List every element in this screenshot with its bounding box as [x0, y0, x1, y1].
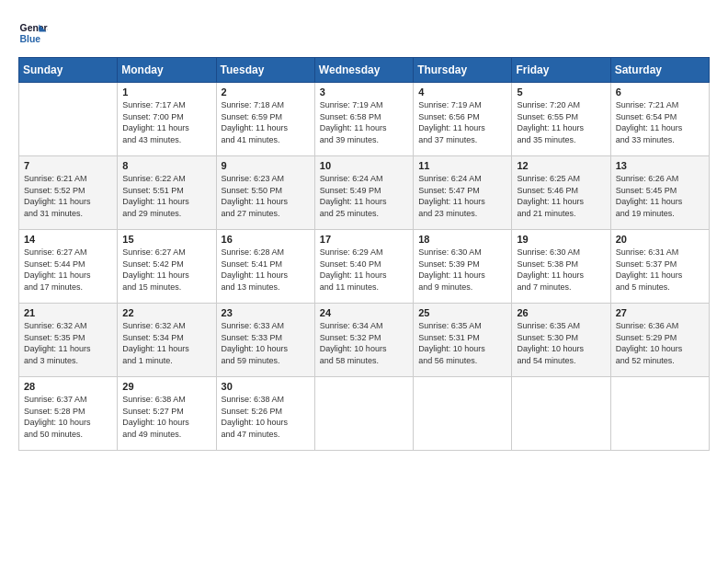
day-number: 26 [517, 307, 605, 318]
calendar-cell: 16Sunrise: 6:28 AM Sunset: 5:41 PM Dayli… [216, 230, 314, 304]
calendar-cell: 2Sunrise: 7:18 AM Sunset: 6:59 PM Daylig… [216, 83, 314, 156]
col-header-sunday: Sunday [19, 58, 118, 83]
day-number: 24 [320, 307, 408, 318]
day-number: 25 [418, 307, 506, 318]
calendar-cell: 10Sunrise: 6:24 AM Sunset: 5:49 PM Dayli… [314, 156, 413, 230]
calendar-cell: 8Sunrise: 6:22 AM Sunset: 5:51 PM Daylig… [118, 156, 216, 230]
day-number: 4 [418, 86, 506, 98]
calendar-cell: 12Sunrise: 6:25 AM Sunset: 5:46 PM Dayli… [512, 156, 610, 230]
svg-text:Blue: Blue [20, 34, 41, 44]
day-info: Sunrise: 6:29 AM Sunset: 5:40 PM Dayligh… [320, 247, 408, 293]
day-info: Sunrise: 6:37 AM Sunset: 5:28 PM Dayligh… [24, 394, 112, 440]
col-header-saturday: Saturday [610, 58, 709, 83]
day-number: 30 [222, 381, 310, 392]
calendar-cell: 9Sunrise: 6:23 AM Sunset: 5:50 PM Daylig… [216, 156, 314, 230]
day-number: 13 [616, 160, 704, 171]
calendar-cell: 13Sunrise: 6:26 AM Sunset: 5:45 PM Dayli… [610, 156, 709, 230]
calendar-cell: 28Sunrise: 6:37 AM Sunset: 5:28 PM Dayli… [19, 377, 118, 451]
day-number: 9 [222, 160, 310, 171]
day-info: Sunrise: 6:25 AM Sunset: 5:46 PM Dayligh… [517, 173, 605, 219]
calendar-cell: 24Sunrise: 6:34 AM Sunset: 5:32 PM Dayli… [314, 304, 413, 377]
day-info: Sunrise: 6:22 AM Sunset: 5:51 PM Dayligh… [122, 173, 210, 219]
calendar-cell: 3Sunrise: 7:19 AM Sunset: 6:58 PM Daylig… [314, 83, 413, 156]
day-info: Sunrise: 6:24 AM Sunset: 5:47 PM Dayligh… [418, 173, 506, 219]
day-info: Sunrise: 6:36 AM Sunset: 5:29 PM Dayligh… [616, 320, 704, 366]
col-header-wednesday: Wednesday [314, 58, 413, 83]
day-number: 2 [222, 86, 310, 98]
day-number: 20 [616, 234, 704, 245]
calendar-table: SundayMondayTuesdayWednesdayThursdayFrid… [18, 57, 710, 451]
day-info: Sunrise: 7:18 AM Sunset: 6:59 PM Dayligh… [222, 99, 310, 145]
day-info: Sunrise: 6:31 AM Sunset: 5:37 PM Dayligh… [616, 247, 704, 293]
day-info: Sunrise: 7:17 AM Sunset: 7:00 PM Dayligh… [122, 99, 210, 145]
day-number: 14 [24, 234, 112, 245]
col-header-friday: Friday [512, 58, 610, 83]
calendar-week-row: 28Sunrise: 6:37 AM Sunset: 5:28 PM Dayli… [19, 377, 710, 451]
day-info: Sunrise: 6:27 AM Sunset: 5:42 PM Dayligh… [122, 247, 210, 293]
day-number: 22 [122, 307, 210, 318]
day-info: Sunrise: 6:26 AM Sunset: 5:45 PM Dayligh… [616, 173, 704, 219]
calendar-cell: 15Sunrise: 6:27 AM Sunset: 5:42 PM Dayli… [118, 230, 216, 304]
day-info: Sunrise: 6:23 AM Sunset: 5:50 PM Dayligh… [222, 173, 310, 219]
col-header-thursday: Thursday [414, 58, 512, 83]
day-info: Sunrise: 6:32 AM Sunset: 5:34 PM Dayligh… [122, 320, 210, 366]
day-number: 23 [222, 307, 310, 318]
calendar-cell: 5Sunrise: 7:20 AM Sunset: 6:55 PM Daylig… [512, 83, 610, 156]
logo: General Blue [18, 18, 48, 48]
day-info: Sunrise: 6:24 AM Sunset: 5:49 PM Dayligh… [320, 173, 408, 219]
day-info: Sunrise: 6:32 AM Sunset: 5:35 PM Dayligh… [24, 320, 112, 366]
day-info: Sunrise: 6:30 AM Sunset: 5:39 PM Dayligh… [418, 247, 506, 293]
day-info: Sunrise: 6:33 AM Sunset: 5:33 PM Dayligh… [222, 320, 310, 366]
calendar-header-row: SundayMondayTuesdayWednesdayThursdayFrid… [19, 58, 710, 83]
day-number: 29 [122, 381, 210, 392]
day-info: Sunrise: 6:21 AM Sunset: 5:52 PM Dayligh… [24, 173, 112, 219]
calendar-cell: 20Sunrise: 6:31 AM Sunset: 5:37 PM Dayli… [610, 230, 709, 304]
page-header: General Blue [18, 18, 710, 48]
day-number: 19 [517, 234, 605, 245]
day-number: 8 [122, 160, 210, 171]
day-number: 16 [222, 234, 310, 245]
day-number: 11 [418, 160, 506, 171]
calendar-cell [512, 377, 610, 451]
day-info: Sunrise: 6:34 AM Sunset: 5:32 PM Dayligh… [320, 320, 408, 366]
calendar-week-row: 7Sunrise: 6:21 AM Sunset: 5:52 PM Daylig… [19, 156, 710, 230]
logo-icon: General Blue [18, 18, 48, 48]
calendar-cell: 26Sunrise: 6:35 AM Sunset: 5:30 PM Dayli… [512, 304, 610, 377]
svg-text:General: General [20, 23, 48, 33]
day-info: Sunrise: 6:30 AM Sunset: 5:38 PM Dayligh… [517, 247, 605, 293]
col-header-monday: Monday [118, 58, 216, 83]
calendar-cell: 6Sunrise: 7:21 AM Sunset: 6:54 PM Daylig… [610, 83, 709, 156]
day-info: Sunrise: 7:19 AM Sunset: 6:58 PM Dayligh… [320, 99, 408, 145]
calendar-cell: 29Sunrise: 6:38 AM Sunset: 5:27 PM Dayli… [118, 377, 216, 451]
day-number: 10 [320, 160, 408, 171]
day-info: Sunrise: 7:19 AM Sunset: 6:56 PM Dayligh… [418, 99, 506, 145]
day-number: 7 [24, 160, 112, 171]
calendar-cell: 23Sunrise: 6:33 AM Sunset: 5:33 PM Dayli… [216, 304, 314, 377]
calendar-week-row: 14Sunrise: 6:27 AM Sunset: 5:44 PM Dayli… [19, 230, 710, 304]
day-info: Sunrise: 6:27 AM Sunset: 5:44 PM Dayligh… [24, 247, 112, 293]
day-info: Sunrise: 6:38 AM Sunset: 5:27 PM Dayligh… [122, 394, 210, 440]
day-number: 3 [320, 86, 408, 98]
day-number: 1 [122, 86, 210, 98]
calendar-cell: 14Sunrise: 6:27 AM Sunset: 5:44 PM Dayli… [19, 230, 118, 304]
calendar-cell [314, 377, 413, 451]
calendar-cell: 18Sunrise: 6:30 AM Sunset: 5:39 PM Dayli… [414, 230, 512, 304]
day-number: 21 [24, 307, 112, 318]
calendar-cell: 11Sunrise: 6:24 AM Sunset: 5:47 PM Dayli… [414, 156, 512, 230]
calendar-cell: 22Sunrise: 6:32 AM Sunset: 5:34 PM Dayli… [118, 304, 216, 377]
calendar-cell: 7Sunrise: 6:21 AM Sunset: 5:52 PM Daylig… [19, 156, 118, 230]
day-info: Sunrise: 6:35 AM Sunset: 5:31 PM Dayligh… [418, 320, 506, 366]
day-number: 18 [418, 234, 506, 245]
day-number: 28 [24, 381, 112, 392]
day-info: Sunrise: 7:20 AM Sunset: 6:55 PM Dayligh… [517, 99, 605, 145]
calendar-cell: 27Sunrise: 6:36 AM Sunset: 5:29 PM Dayli… [610, 304, 709, 377]
calendar-cell: 25Sunrise: 6:35 AM Sunset: 5:31 PM Dayli… [414, 304, 512, 377]
calendar-cell [19, 83, 118, 156]
calendar-cell: 1Sunrise: 7:17 AM Sunset: 7:00 PM Daylig… [118, 83, 216, 156]
day-info: Sunrise: 6:35 AM Sunset: 5:30 PM Dayligh… [517, 320, 605, 366]
day-info: Sunrise: 7:21 AM Sunset: 6:54 PM Dayligh… [616, 99, 704, 145]
day-number: 15 [122, 234, 210, 245]
col-header-tuesday: Tuesday [216, 58, 314, 83]
calendar-week-row: 21Sunrise: 6:32 AM Sunset: 5:35 PM Dayli… [19, 304, 710, 377]
day-info: Sunrise: 6:38 AM Sunset: 5:26 PM Dayligh… [222, 394, 310, 440]
